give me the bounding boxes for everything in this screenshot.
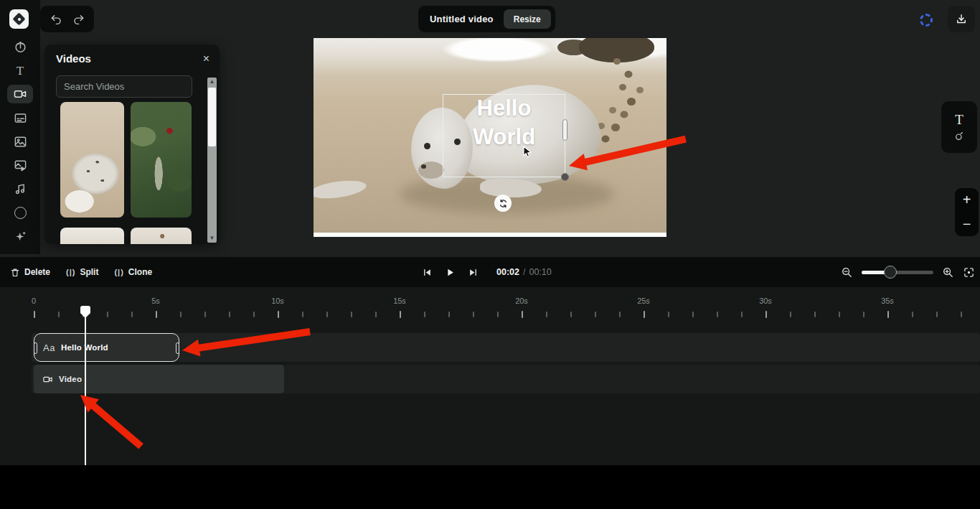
project-titlebar: Untitled video Resize (418, 6, 555, 32)
editor-upper-area: T (0, 0, 980, 257)
light-video-thumbnail-2[interactable] (131, 228, 192, 244)
panel-scrollbar[interactable]: ▲ ▼ (207, 78, 217, 243)
ruler-tick (961, 312, 962, 317)
text-selection-box[interactable] (443, 94, 565, 177)
video-clip[interactable]: Video (34, 365, 284, 393)
scrollbar-thumb[interactable] (208, 88, 216, 146)
delete-button[interactable]: Delete (10, 267, 50, 278)
ruler-tick (546, 312, 547, 317)
video-camera-icon (13, 87, 27, 101)
close-icon[interactable]: × (203, 53, 209, 65)
skip-start-icon[interactable] (422, 267, 433, 278)
stock-video-icon (14, 159, 27, 172)
skip-end-icon[interactable] (468, 267, 479, 278)
ruler-tick (595, 312, 596, 317)
ruler-tick (131, 312, 133, 317)
playhead-handle[interactable] (80, 306, 90, 314)
sidebar-item-effects[interactable] (7, 227, 33, 246)
ruler-tick (570, 312, 572, 317)
clip-actions: Delete (|) Split (|) Clone (10, 257, 152, 287)
export-download-button[interactable] (948, 6, 975, 32)
ruler-label: 10s (271, 296, 284, 305)
ruler-tick (107, 312, 108, 317)
ruler-tick (302, 312, 303, 317)
ruler-tick (619, 312, 621, 317)
ruler-label: 35s (881, 296, 894, 305)
settings-gear-icon[interactable] (920, 14, 933, 27)
ruler-tick (424, 312, 425, 317)
ruler-label: 15s (393, 296, 406, 305)
app-root: T (0, 0, 980, 509)
rotate-icon (499, 199, 508, 208)
ruler-tick (912, 312, 913, 317)
videos-panel: Videos × ▲ ▼ (44, 45, 220, 244)
element-tools-panel: T (941, 101, 977, 153)
app-logo[interactable] (9, 9, 29, 29)
seal-nose (421, 164, 426, 169)
sidebar-item-stock-video[interactable] (7, 156, 33, 174)
trash-icon (10, 267, 20, 278)
sidebar-item-videos[interactable] (7, 85, 33, 103)
ruler-tick (741, 312, 743, 317)
ruler-tick (863, 312, 864, 317)
video-preview-canvas[interactable]: Hello World (314, 38, 666, 237)
ruler-tick (644, 311, 645, 318)
sidebar-item-images[interactable] (7, 132, 33, 151)
redo-icon[interactable] (72, 13, 85, 26)
resize-handle-corner[interactable] (561, 173, 569, 181)
clone-button[interactable]: (|) Clone (114, 267, 152, 277)
resize-button[interactable]: Resize (504, 9, 551, 29)
resize-handle-right[interactable] (562, 119, 567, 141)
rotate-handle[interactable] (494, 195, 512, 212)
sidebar-item-captions[interactable] (7, 108, 33, 127)
sidebar-item-upload[interactable] (7, 37, 33, 56)
fit-timeline-icon[interactable] (963, 266, 975, 279)
text-clip-icon: Aa (43, 342, 55, 353)
zoom-out-magnifier-icon[interactable] (841, 266, 853, 279)
timeline-zoom-slider[interactable] (862, 271, 933, 274)
split-button[interactable]: (|) Split (66, 267, 98, 277)
ruler-label: 5s (151, 296, 160, 305)
undo-icon[interactable] (50, 13, 62, 26)
forest-person-video-thumbnail[interactable] (131, 102, 192, 218)
sidebar-item-music[interactable] (7, 179, 33, 198)
sidebar-item-text[interactable]: T (7, 61, 33, 80)
current-time: 00:02 (496, 267, 519, 277)
play-icon[interactable] (445, 267, 456, 278)
ruler-label: 20s (515, 296, 528, 305)
playhead-line[interactable] (85, 306, 86, 465)
record-circle-icon (14, 207, 27, 219)
videos-panel-header: Videos × (56, 52, 209, 65)
clip-trim-handle-right[interactable] (176, 342, 179, 354)
ruler-tick (278, 311, 279, 318)
sidebar-item-record[interactable] (7, 203, 33, 222)
draw-color-icon[interactable] (953, 131, 965, 142)
ruler-tick (790, 312, 791, 317)
light-video-thumbnail-1[interactable] (60, 228, 124, 244)
ruler-tick (668, 312, 669, 317)
seal-beach-video-thumbnail[interactable] (60, 102, 124, 218)
seal-eye (424, 143, 430, 149)
videos-panel-title: Videos (56, 52, 91, 65)
search-videos-input[interactable] (56, 75, 192, 98)
ruler-tick (814, 312, 816, 317)
zoom-in-magnifier-icon[interactable] (942, 266, 954, 279)
zoom-in-button[interactable]: + (955, 188, 979, 213)
ruler-tick (58, 312, 60, 317)
timecode: 00:02/00:10 (496, 267, 552, 277)
sidebar-items: T (0, 37, 40, 246)
clip-trim-handle-left[interactable] (34, 342, 37, 354)
project-title: Untitled video (430, 14, 494, 24)
mouse-cursor (522, 146, 533, 159)
text-clip[interactable]: Aa Hello World (34, 333, 179, 362)
scroll-down-icon[interactable]: ▼ (207, 234, 217, 243)
slider-knob[interactable] (884, 266, 897, 279)
scroll-up-icon[interactable]: ▲ (207, 78, 217, 86)
zoom-out-button[interactable]: − (955, 213, 979, 237)
timeline-ruler[interactable]: 05s10s15s20s25s30s35s (0, 293, 980, 322)
text-style-icon[interactable]: T (955, 113, 963, 126)
ruler-tick (34, 311, 35, 318)
ruler-tick (253, 312, 255, 317)
clone-label: Clone (128, 267, 152, 277)
ruler-tick (204, 312, 206, 317)
